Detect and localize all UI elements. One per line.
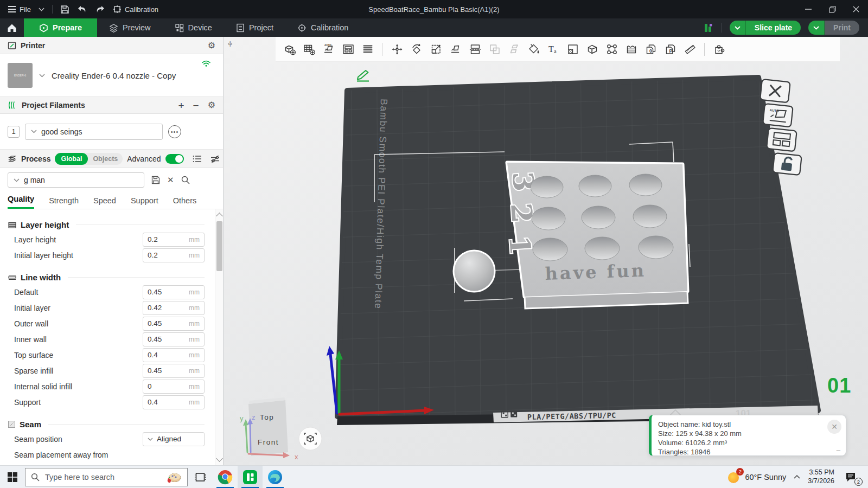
search-icon[interactable] [181, 175, 190, 185]
redo-icon[interactable] [95, 5, 105, 14]
filament-settings-gear-icon[interactable]: ⚙ [208, 101, 215, 110]
color-painting-icon[interactable] [526, 42, 541, 56]
sidebar-collapse-handle[interactable]: ‹|› [228, 40, 232, 47]
undo-icon[interactable] [77, 5, 87, 14]
add-filament-icon[interactable]: + [178, 100, 184, 111]
assembly-icon[interactable] [712, 42, 726, 56]
taskbar-bambu-studio[interactable] [238, 466, 263, 488]
layer-height-input[interactable]: 0.2mm [143, 233, 205, 247]
taskbar-chrome[interactable] [213, 466, 238, 488]
scope-global[interactable]: Global [55, 153, 88, 165]
tab-prepare[interactable]: Prepare [24, 18, 97, 37]
info-panel-collapse-icon[interactable]: – [837, 445, 840, 454]
move-icon[interactable] [390, 42, 404, 56]
nav-cube[interactable]: Top Front y z x [240, 397, 298, 461]
model-kid-toy[interactable]: 3 2 1 have fun [503, 163, 688, 309]
tab-others[interactable]: Others [173, 196, 197, 209]
printer-select-chevron-icon[interactable] [39, 74, 45, 78]
initial-layer-height-input[interactable]: 0.2mm [143, 248, 205, 262]
auto-arrange-icon[interactable] [360, 42, 375, 56]
process-scope-toggle[interactable]: Global Objects [55, 153, 123, 165]
text-tool-icon[interactable]: Ta [546, 42, 560, 56]
info-panel-close-icon[interactable]: ✕ [827, 420, 841, 434]
save-icon[interactable] [60, 5, 69, 14]
lw-inner-wall-input[interactable]: 0.45mm [143, 332, 205, 346]
lw-initial-layer-input[interactable]: 0.42mm [143, 301, 205, 315]
reset-view-button[interactable] [299, 427, 322, 450]
filament-more-icon[interactable]: ••• [168, 125, 181, 138]
scroll-up-icon[interactable] [216, 213, 223, 220]
auto-orient-plate-button[interactable]: AUTO [763, 104, 793, 127]
tab-strength[interactable]: Strength [49, 196, 79, 209]
search-highlight-icon[interactable] [165, 471, 182, 484]
gcode-p-icon[interactable]: P [663, 42, 678, 56]
add-plate-icon[interactable] [302, 42, 316, 56]
remove-filament-icon[interactable]: − [193, 100, 199, 111]
lw-support-input[interactable]: 0.4mm [143, 395, 205, 409]
gcode-0-icon[interactable]: 0 [643, 42, 658, 56]
seam-position-select[interactable]: Aligned [143, 432, 205, 446]
variable-layer-height-icon[interactable] [565, 42, 580, 56]
viewport-3d[interactable]: ‹|› AUTO Ta 0 P [224, 37, 868, 465]
settings-scrollbar[interactable] [215, 209, 223, 465]
scroll-down-icon[interactable] [216, 455, 223, 462]
taskbar-edge[interactable] [263, 466, 288, 488]
arrange-plate-button[interactable] [767, 128, 797, 151]
taskbar-weather[interactable]: 2 60°F Sunny [726, 470, 786, 484]
param-tune-icon[interactable] [210, 155, 220, 163]
tab-support[interactable]: Support [131, 196, 158, 209]
lock-plate-button[interactable] [773, 153, 801, 175]
tab-calibration[interactable]: Calibration [285, 18, 360, 37]
minimize-button[interactable] [796, 0, 820, 18]
printer-name[interactable]: Creality Ender-6 0.4 nozzle - Copy [52, 71, 176, 80]
plate-layout-icon[interactable] [704, 23, 714, 33]
nav-cube-top-label[interactable]: Top [260, 413, 274, 421]
slice-plate-button[interactable]: Slice plate [730, 21, 801, 35]
wifi-icon[interactable] [201, 60, 211, 67]
add-object-icon[interactable] [282, 42, 297, 56]
lay-on-face-icon[interactable] [448, 42, 463, 56]
split-to-parts-icon[interactable] [507, 42, 521, 56]
print-dropdown-chevron[interactable] [808, 21, 825, 35]
model-sphere[interactable] [454, 251, 495, 292]
tab-quality[interactable]: Quality [8, 195, 34, 209]
arrange-icon[interactable] [341, 42, 355, 56]
mesh-boolean-icon[interactable] [585, 42, 599, 56]
tab-preview[interactable]: Preview [97, 18, 163, 37]
edit-plate-name-icon[interactable] [354, 67, 372, 82]
file-menu[interactable]: File [8, 5, 31, 14]
clear-search-icon[interactable]: ✕ [167, 175, 174, 185]
taskbar-search-box[interactable]: Type here to search [25, 468, 188, 486]
support-painting-icon[interactable] [604, 42, 619, 56]
measure-icon[interactable] [682, 42, 697, 56]
fuzzy-skin-icon[interactable] [624, 42, 639, 56]
restore-button[interactable] [820, 0, 844, 18]
lw-top-surface-input[interactable]: 0.4mm [143, 348, 205, 362]
start-button[interactable] [0, 466, 25, 488]
lw-internal-solid-input[interactable]: 0mm [143, 380, 205, 394]
param-list-icon[interactable] [193, 155, 202, 163]
split-to-objects-icon[interactable] [468, 42, 482, 56]
lw-outer-wall-input[interactable]: 0.45mm [143, 317, 205, 331]
close-button[interactable] [844, 0, 868, 18]
delete-all-button[interactable] [760, 79, 790, 102]
home-button[interactable] [0, 18, 24, 37]
printer-settings-gear-icon[interactable]: ⚙ [208, 41, 215, 50]
nav-cube-front-label[interactable]: Front [258, 438, 279, 446]
printer-card[interactable]: ENDER-6 Creality Ender-6 0.4 nozzle - Co… [0, 54, 223, 97]
slice-dropdown-chevron[interactable] [730, 21, 746, 35]
scrollbar-thumb[interactable] [216, 221, 222, 271]
rotate-icon[interactable] [409, 42, 424, 56]
taskbar-clock[interactable]: 3:55 PM 3/7/2026 [808, 468, 834, 485]
tab-device[interactable]: Device [163, 18, 224, 37]
filament-select[interactable]: good seings [25, 124, 163, 140]
save-preset-icon[interactable] [151, 175, 161, 185]
titlebar-calibration[interactable]: Calibration [113, 5, 158, 14]
preset-select[interactable]: g man [8, 172, 144, 188]
tray-expand-chevron-icon[interactable] [794, 474, 800, 479]
lw-default-input[interactable]: 0.45mm [143, 285, 205, 299]
tab-project[interactable]: Project [224, 18, 285, 37]
auto-orient-icon[interactable]: AUTO [321, 42, 336, 56]
scope-objects[interactable]: Objects [88, 155, 123, 163]
notification-center-button[interactable]: 2 [842, 470, 860, 485]
